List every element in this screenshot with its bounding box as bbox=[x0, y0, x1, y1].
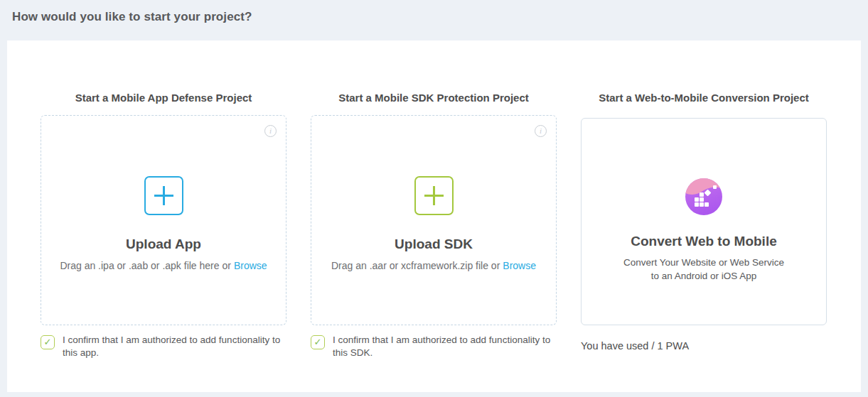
page-title: How would you like to start your project… bbox=[12, 10, 856, 24]
app-upload-dropzone[interactable]: i Upload App Drag an .ipa or .aab or .ap… bbox=[41, 115, 286, 325]
app-drag-instructions: Drag an .ipa or .aab or .apk file here o… bbox=[41, 260, 286, 271]
page-header: How would you like to start your project… bbox=[0, 0, 868, 40]
sdk-confirm-label: I confirm that I am authorized to add fu… bbox=[333, 334, 554, 359]
sdk-upload-dropzone[interactable]: i Upload SDK Drag an .aar or xcframework… bbox=[311, 115, 557, 325]
pwa-gradient-icon bbox=[685, 178, 722, 215]
project-start-card: Start a Mobile App Defense Project i Upl… bbox=[7, 40, 861, 392]
sdk-drag-instructions: Drag an .aar or xcframework.zip file orB… bbox=[311, 260, 556, 271]
app-confirm-label: I confirm that I am authorized to add fu… bbox=[63, 334, 284, 359]
convert-web-card[interactable]: Convert Web to Mobile Convert Your Websi… bbox=[581, 118, 827, 325]
panel-web-to-mobile-title: Start a Web-to-Mobile Conversion Project bbox=[581, 92, 827, 104]
app-confirm-row: ✓ I confirm that I am authorized to add … bbox=[41, 334, 286, 359]
panel-app-defense-title: Start a Mobile App Defense Project bbox=[41, 92, 286, 104]
panel-web-to-mobile: Start a Web-to-Mobile Conversion Project bbox=[581, 92, 827, 392]
plus-icon bbox=[414, 176, 454, 215]
convert-web-title: Convert Web to Mobile bbox=[582, 234, 826, 249]
plus-icon bbox=[144, 176, 183, 215]
upload-sdk-title: Upload SDK bbox=[311, 236, 556, 252]
upload-app-title: Upload App bbox=[41, 236, 286, 252]
app-browse-link[interactable]: Browse bbox=[234, 260, 267, 271]
info-icon[interactable]: i bbox=[535, 125, 547, 137]
convert-web-subtitle: Convert Your Website or Web Service to a… bbox=[582, 256, 826, 283]
panel-app-defense: Start a Mobile App Defense Project i Upl… bbox=[41, 92, 286, 392]
sdk-confirm-checkbox[interactable]: ✓ bbox=[311, 335, 325, 349]
pwa-usage-status: You have used / 1 PWA bbox=[581, 340, 827, 352]
sdk-browse-link[interactable]: Browse bbox=[503, 260, 536, 271]
panel-sdk-protection-title: Start a Mobile SDK Protection Project bbox=[311, 92, 557, 104]
app-confirm-checkbox[interactable]: ✓ bbox=[41, 335, 55, 349]
sdk-confirm-row: ✓ I confirm that I am authorized to add … bbox=[311, 334, 557, 359]
info-icon[interactable]: i bbox=[264, 125, 277, 137]
panel-sdk-protection: Start a Mobile SDK Protection Project i … bbox=[311, 92, 557, 392]
